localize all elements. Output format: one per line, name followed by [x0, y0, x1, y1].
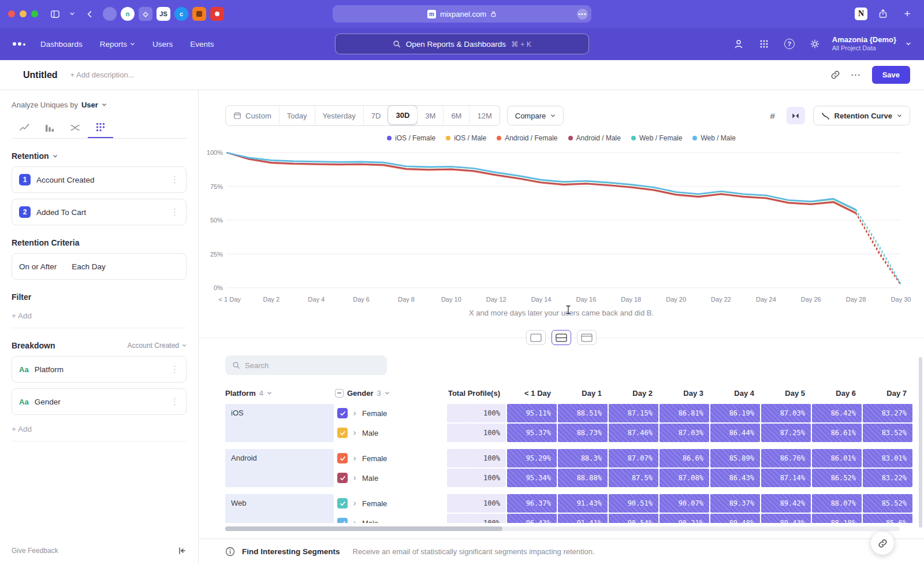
retention-value-cell[interactable]: 87.03% — [660, 424, 709, 442]
new-tab-icon[interactable]: + — [900, 6, 915, 21]
range-yesterday[interactable]: Yesterday — [315, 106, 363, 125]
gender-cell-female[interactable]: Female — [335, 494, 446, 513]
retention-step-2[interactable]: 2Added To Cart⋮ — [12, 199, 187, 225]
chevron-right-icon[interactable] — [352, 476, 357, 481]
retention-value-cell[interactable]: 87.08% — [660, 469, 709, 487]
add-breakdown-button[interactable]: + Add — [12, 417, 187, 441]
window-controls[interactable] — [8, 10, 38, 17]
criteria-mode[interactable]: On or After — [19, 262, 57, 271]
layout-table-only-button[interactable] — [577, 330, 597, 345]
column-header-day-1[interactable]: Day 1 — [558, 384, 608, 402]
url-options-button[interactable]: ••• — [577, 9, 588, 20]
retention-value-cell[interactable]: 86.61% — [812, 424, 862, 442]
retention-value-cell[interactable]: 90.21% — [660, 514, 709, 523]
share-icon[interactable] — [875, 6, 891, 21]
retention-value-cell[interactable]: 87.15% — [609, 404, 658, 422]
collapse-sidebar-icon[interactable] — [177, 546, 187, 555]
kebab-menu-icon[interactable]: ⋮ — [170, 396, 179, 407]
legend-item[interactable]: Android / Male — [568, 134, 621, 142]
orange-logo-extension-icon[interactable] — [192, 7, 206, 21]
retention-value-cell[interactable]: 86.76% — [761, 449, 811, 467]
column-header-day-2[interactable]: Day 2 — [609, 384, 658, 402]
total-profiles-cell[interactable]: 100% — [447, 469, 506, 487]
legend-item[interactable]: iOS / Female — [387, 134, 435, 142]
history-extension-icon[interactable] — [103, 7, 117, 21]
column-header-total-profile-s-[interactable]: Total Profile(s) — [447, 384, 506, 402]
tab-funnels[interactable] — [37, 117, 62, 138]
gender-cell-female[interactable]: Female — [335, 449, 446, 467]
range-6m[interactable]: 6M — [443, 106, 469, 125]
vertical-scrollbar[interactable] — [919, 357, 922, 528]
retention-value-cell[interactable]: 90.07% — [660, 494, 709, 513]
retention-value-cell[interactable]: 88.51% — [558, 404, 608, 422]
minimize-window-button[interactable] — [20, 10, 27, 17]
retention-value-cell[interactable]: 90.51% — [609, 494, 658, 513]
total-profiles-cell[interactable]: 100% — [447, 514, 506, 523]
retention-value-cell[interactable]: 86.6% — [660, 449, 709, 467]
retention-criteria-row[interactable]: On or After Each Day — [12, 253, 187, 280]
retention-value-cell[interactable]: 86.43% — [710, 469, 760, 487]
retention-value-cell[interactable]: 95.29% — [507, 449, 557, 467]
retention-section-heading[interactable]: Retention — [12, 151, 187, 161]
find-segments-title[interactable]: Find Interesting Segments — [242, 547, 340, 556]
cube-extension-icon[interactable]: ◇ — [139, 7, 152, 21]
retention-value-cell[interactable]: 86.19% — [710, 404, 760, 422]
layout-split-button[interactable] — [552, 330, 571, 345]
browser-sidebar-toggle-icon[interactable] — [47, 6, 62, 21]
retention-value-cell[interactable]: 96.43% — [507, 514, 557, 523]
retention-value-cell[interactable]: 89.43% — [761, 514, 811, 523]
retention-value-cell[interactable]: 87.03% — [761, 404, 811, 422]
retention-value-cell[interactable]: 88.18% — [812, 514, 862, 523]
gender-cell-male[interactable]: Male — [335, 514, 446, 523]
retention-value-cell[interactable]: 88.3% — [558, 449, 608, 467]
retention-value-cell[interactable]: 86.52% — [812, 469, 862, 487]
project-switcher[interactable]: Amazonia {Demo} All Project Data — [832, 35, 896, 53]
gender-cell-male[interactable]: Male — [335, 424, 446, 442]
legend-item[interactable]: Web / Female — [631, 134, 682, 142]
retention-value-cell[interactable]: 87.07% — [609, 449, 658, 467]
range-30d[interactable]: 30D — [388, 105, 418, 125]
platform-column-header[interactable]: Platform 4 — [225, 384, 334, 402]
save-button[interactable]: Save — [872, 66, 910, 84]
horizontal-scrollbar-thumb[interactable] — [225, 526, 502, 531]
legend-item[interactable]: iOS / Male — [446, 134, 486, 142]
gender-checkbox[interactable] — [337, 473, 348, 483]
platform-cell[interactable]: iOS — [225, 404, 334, 442]
more-options-icon[interactable]: ⋯ — [851, 69, 862, 81]
settings-gear-icon[interactable] — [807, 36, 823, 52]
analyze-value[interactable]: User — [81, 101, 98, 109]
retention-value-cell[interactable]: 96.37% — [507, 494, 557, 513]
breakdown-gender[interactable]: AaGender⋮ — [12, 388, 187, 415]
global-search-button[interactable]: Open Reports & Dashboards ⌘ + K — [335, 34, 589, 54]
range-12m[interactable]: 12M — [469, 106, 499, 125]
column-header-day-7[interactable]: Day 7 — [863, 384, 912, 402]
url-bar[interactable]: m mixpanel.com ••• — [333, 5, 591, 23]
column-header-day-4[interactable]: Day 4 — [710, 384, 760, 402]
chart-canvas[interactable] — [226, 148, 901, 292]
kebab-menu-icon[interactable]: ⋮ — [170, 207, 179, 217]
nav-item-events[interactable]: Events — [190, 40, 214, 49]
total-profiles-cell[interactable]: 100% — [447, 404, 506, 422]
range-custom[interactable]: Custom — [226, 106, 279, 125]
gender-column-header[interactable]: Gender 3 — [335, 384, 446, 402]
retention-value-cell[interactable]: 86.42% — [812, 404, 862, 422]
kebab-menu-icon[interactable]: ⋮ — [170, 175, 179, 185]
n-extension-icon[interactable]: n — [121, 7, 135, 21]
gender-checkbox[interactable] — [337, 428, 348, 438]
nav-item-reports[interactable]: Reports — [100, 40, 135, 49]
chevron-right-icon[interactable] — [352, 521, 357, 524]
retention-value-cell[interactable]: 91.41% — [558, 514, 608, 523]
chevron-right-icon[interactable] — [352, 456, 357, 461]
retention-step-1[interactable]: 1Account Created⋮ — [12, 166, 187, 193]
retention-value-cell[interactable]: 86.81% — [660, 404, 709, 422]
horizontal-scrollbar[interactable] — [225, 526, 900, 531]
chevron-right-icon[interactable] — [352, 431, 357, 436]
retention-value-cell[interactable]: 85.6% — [863, 514, 912, 523]
criteria-interval[interactable]: Each Day — [72, 262, 106, 271]
column-header-day-3[interactable]: Day 3 — [660, 384, 709, 402]
help-icon[interactable]: ? — [781, 36, 798, 52]
retention-value-cell[interactable]: 95.34% — [507, 469, 557, 487]
retention-value-cell[interactable]: 83.01% — [863, 449, 912, 467]
legend-item[interactable]: Web / Male — [692, 134, 735, 142]
chevron-right-icon[interactable] — [352, 501, 357, 506]
